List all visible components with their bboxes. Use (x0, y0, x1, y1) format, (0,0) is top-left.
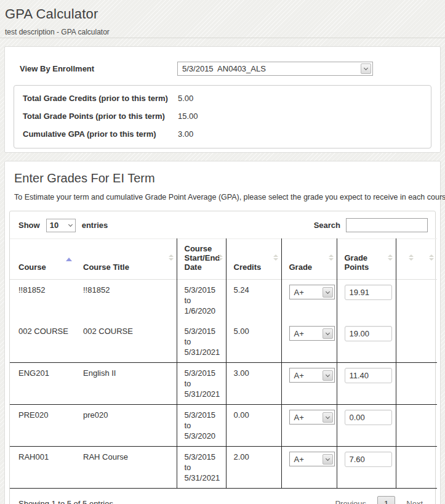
pagination: Previous 1 Next (331, 496, 427, 504)
grade-points-input[interactable] (345, 368, 392, 383)
grade-cell: A+ (281, 405, 337, 447)
enrollment-panel: View By Enrollment 5/3/2015 AN0403_ALS T… (4, 46, 441, 153)
cumulative-gpa-prior-value: 3.00 (178, 129, 193, 139)
enter-grades-panel: Enter Grades For EI Term To Estimate you… (4, 161, 441, 504)
grade-points-cell (337, 321, 396, 363)
empty-cell (396, 280, 437, 322)
grades-table: Course Course Title Course Start/End Dat… (10, 238, 437, 489)
grade-cell: A+ (281, 363, 337, 405)
chevron-down-icon (323, 287, 333, 298)
col-header-course[interactable]: Course (10, 239, 76, 280)
table-row: 002 COURSE 002 COURSE 5/3/2015 to 5/31/2… (10, 321, 437, 363)
table-row: ENG201 English II 5/3/2015 to 5/31/2021 … (10, 363, 437, 405)
grade-points-cell (337, 405, 396, 447)
course-cell: ENG201 (10, 363, 76, 405)
summary-row-points: Total Grade Points (prior to this term) … (23, 112, 422, 121)
course-title-cell: pre020 (76, 405, 177, 447)
search-input[interactable] (346, 218, 428, 232)
enrollment-selected-value: 5/3/2015 AN0403_ALS (178, 64, 359, 73)
empty-cell (396, 447, 437, 489)
page-size-select[interactable]: 10 (46, 219, 76, 232)
credits-cell: 5.24 (226, 280, 281, 322)
sort-icon (273, 254, 278, 261)
sort-icon (409, 254, 414, 261)
credits-cell: 2.00 (226, 447, 281, 489)
credits-cell: 0.00 (226, 405, 281, 447)
total-grade-points-value: 15.00 (178, 112, 198, 121)
cumulative-gpa-prior-label: Cumulative GPA (prior to this term) (23, 129, 178, 139)
grade-cell: A+ (281, 321, 337, 363)
showing-entries-text: Showing 1 to 5 of 5 entries (18, 499, 113, 504)
course-title-cell: English II (76, 363, 177, 405)
col-header-empty[interactable] (396, 239, 437, 280)
col-header-credits[interactable]: Credits (226, 239, 281, 280)
chevron-down-icon (66, 224, 75, 226)
sort-ascending-icon (66, 248, 72, 258)
page-subtitle: test description - GPA calculator (5, 28, 440, 36)
sort-icon (329, 254, 334, 261)
sort-icon (429, 254, 434, 261)
page-title: GPA Calculator (5, 6, 440, 22)
sort-icon (169, 254, 174, 261)
table-row: PRE020 pre020 5/3/2015 to 5/3/2020 0.00 … (10, 405, 437, 447)
chevron-down-icon (323, 328, 333, 339)
page-size-value: 10 (47, 221, 66, 230)
dates-cell: 5/3/2015 to 5/3/2020 (177, 405, 226, 447)
empty-cell (396, 405, 437, 447)
search-label: Search (314, 221, 340, 230)
col-header-course-title[interactable]: Course Title (76, 239, 177, 280)
empty-cell (396, 321, 437, 363)
credits-cell: 5.00 (226, 321, 281, 363)
grade-points-input[interactable] (345, 326, 392, 341)
course-cell: !!81852 (10, 280, 76, 322)
total-grade-credits-label: Total Grade Credits (prior to this term) (23, 94, 178, 104)
pagination-page-1-button[interactable]: 1 (377, 496, 395, 504)
chevron-down-icon (323, 454, 333, 465)
course-title-cell: RAH Course (76, 447, 177, 489)
enrollment-label: View By Enrollment (20, 64, 177, 73)
entries-label: entries (82, 221, 108, 230)
course-title-cell: 002 COURSE (76, 321, 177, 363)
grade-points-input[interactable] (345, 285, 392, 300)
course-cell: PRE020 (10, 405, 76, 447)
col-header-grade-points[interactable]: Grade Points (337, 239, 396, 280)
sort-icon (218, 254, 223, 261)
grade-points-input[interactable] (345, 452, 392, 467)
course-cell: RAH001 (10, 447, 76, 489)
grade-select[interactable]: A+ (289, 285, 335, 299)
dates-cell: 5/3/2015 to 1/6/2020 (177, 280, 226, 322)
course-title-cell: !!81852 (76, 280, 177, 322)
show-label: Show (18, 221, 40, 230)
col-header-dates[interactable]: Course Start/End Date (177, 239, 226, 280)
table-row: RAH001 RAH Course 5/3/2015 to 5/31/2021 … (10, 447, 437, 489)
enrollment-select[interactable]: 5/3/2015 AN0403_ALS (177, 62, 373, 76)
table-row: !!81852 !!81852 5/3/2015 to 1/6/2020 5.2… (10, 280, 437, 322)
grade-cell: A+ (281, 280, 337, 322)
grade-cell: A+ (281, 447, 337, 489)
sort-icon (388, 254, 393, 261)
grades-section-heading: Enter Grades For EI Term (14, 171, 436, 185)
grades-table-container: Show 10 entries Search (9, 211, 436, 504)
grade-select[interactable]: A+ (289, 368, 335, 383)
total-grade-points-label: Total Grade Points (prior to this term) (23, 112, 178, 121)
grade-points-cell (337, 280, 396, 322)
grade-select[interactable]: A+ (289, 410, 335, 425)
summary-box: Total Grade Credits (prior to this term)… (14, 85, 431, 148)
pagination-next-button[interactable]: Next (403, 497, 427, 504)
page-header: GPA Calculator test description - GPA ca… (0, 0, 445, 38)
col-header-grade[interactable]: Grade (281, 239, 337, 280)
course-cell: 002 COURSE (10, 321, 76, 363)
chevron-down-icon (361, 63, 371, 74)
grade-points-cell (337, 447, 396, 489)
credits-cell: 3.00 (226, 363, 281, 405)
grades-section-description: To Estimate your term and cumulative Gra… (14, 193, 436, 201)
grade-points-input[interactable] (345, 410, 392, 425)
grade-points-cell (337, 363, 396, 405)
grade-select[interactable]: A+ (289, 326, 335, 341)
dates-cell: 5/3/2015 to 5/31/2021 (177, 447, 226, 489)
pagination-previous-button[interactable]: Previous (331, 497, 370, 504)
empty-cell (396, 363, 437, 405)
grade-select[interactable]: A+ (289, 452, 335, 466)
total-grade-credits-value: 5.00 (178, 94, 193, 104)
summary-row-gpa: Cumulative GPA (prior to this term) 3.00 (23, 129, 422, 139)
